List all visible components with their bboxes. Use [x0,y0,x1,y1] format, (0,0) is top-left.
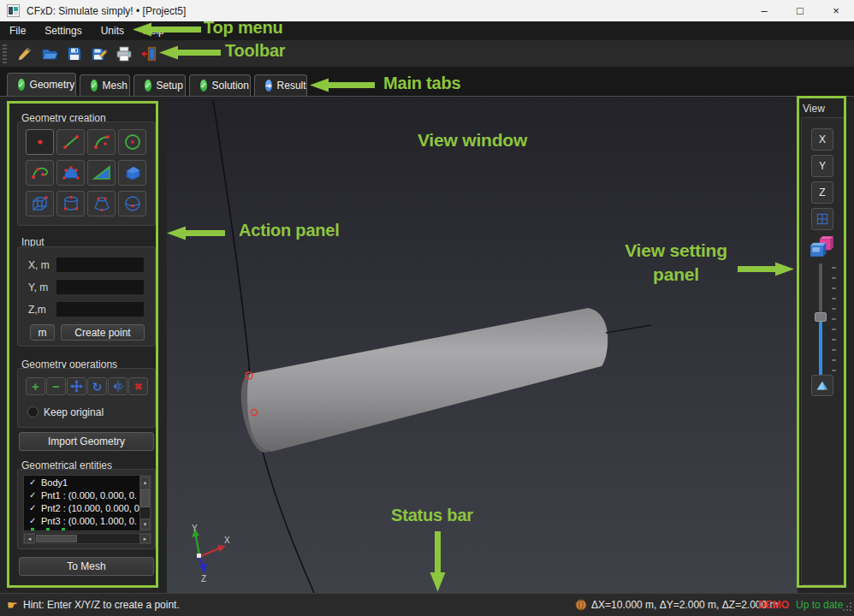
z-axis-label: Z [201,574,206,583]
pyramid-icon [815,379,830,393]
x-axis-label: X [224,536,230,545]
save-button[interactable] [62,43,86,65]
move-operation-button[interactable] [67,377,86,395]
package-icon [575,599,588,612]
tool-point-button[interactable] [26,129,54,155]
tab-check-icon: ✓ [91,80,98,92]
close-button[interactable]: × [818,0,854,21]
z-field-label: Z,m [28,304,46,316]
tab-result[interactable]: ➜ Result [254,74,307,96]
cylinder-icon [60,194,82,213]
tool-cylinder-button[interactable] [56,191,85,216]
view-window: Y X Z [167,97,798,593]
scroll-down-arrow[interactable]: ▼ [140,518,150,530]
arc-icon [91,133,113,151]
tool-polygon-button[interactable] [56,160,85,186]
line-icon [60,133,82,151]
tool-line-button[interactable] [56,129,85,155]
tab-mesh[interactable]: ✓ Mesh [80,74,130,96]
perspective-button[interactable] [811,375,833,396]
tool-box-button[interactable] [26,191,54,216]
view-panel-title: View [803,103,825,115]
delete-operation-button[interactable]: ✖ [128,377,148,395]
minimize-button[interactable]: – [746,0,782,21]
curve-icon [29,163,51,182]
grid-icon [815,212,829,226]
tool-cone-button[interactable] [87,191,116,216]
horizontal-scrollbar[interactable]: ◄ ► [23,533,151,544]
tool-triangle-button[interactable] [87,160,116,186]
printer-icon [116,45,133,62]
subtract-operation-button[interactable]: − [46,377,66,395]
scroll-right-arrow[interactable]: ► [139,534,151,543]
mirror-operation-button[interactable] [108,377,128,395]
list-item-label: Body1 [41,477,68,488]
horizontal-scroll-thumb[interactable] [36,535,77,542]
view-x-button[interactable]: X [811,128,833,151]
resize-grip[interactable] [842,601,852,614]
menu-units[interactable]: Units [92,21,133,40]
window-controls: – □ × [746,0,854,21]
scroll-left-arrow[interactable]: ◄ [24,534,35,543]
toolbar-drag-handle[interactable] [3,44,7,63]
render-mode-button[interactable] [806,234,837,259]
keep-original-radio[interactable] [27,406,39,418]
triangle-icon [91,163,113,182]
floppy-pencil-icon [91,45,108,62]
slider-handle[interactable] [815,312,827,322]
add-operation-button[interactable]: + [26,377,45,395]
create-point-button[interactable]: Create point [61,324,145,341]
rotate-operation-button[interactable]: ↻ [87,377,107,395]
menu-help[interactable]: Help [133,21,174,40]
cone-icon [91,194,113,213]
status-hint-text: Hint: Enter X/Y/Z to create a point. [23,599,180,611]
grid-toggle-button[interactable] [811,208,833,230]
vertical-scrollbar[interactable]: ▲ ▼ [139,476,151,530]
z-coordinate-input[interactable] [56,301,145,317]
open-folder-icon [41,45,58,62]
import-geometry-button[interactable]: Import Geometry [19,432,154,451]
tool-arc-button[interactable] [87,129,116,155]
list-item[interactable]: ✓Pnt3 : (0.000, 1.000, 0. [24,514,151,527]
tab-check-icon: ✓ [18,79,25,91]
tool-sphere-button[interactable] [118,191,146,216]
new-project-button[interactable] [13,43,36,65]
save-as-button[interactable] [87,43,110,65]
exit-button[interactable] [137,43,160,65]
slider-track-lower [819,322,822,375]
zoom-slider[interactable] [810,264,839,375]
tool-curve-button[interactable] [26,160,54,186]
to-mesh-button[interactable]: To Mesh [19,557,154,576]
check-icon: ✓ [29,516,37,525]
print-button[interactable] [112,43,135,65]
list-item[interactable]: ✓Pnt2 : (10.000, 0.000, 0 [24,501,151,514]
tab-label: Result [277,80,306,92]
maximize-button[interactable]: □ [782,0,818,21]
tab-solution[interactable]: ✓ Solution [189,74,251,96]
polygon-icon [60,163,82,182]
check-icon: ✓ [29,477,37,487]
minus-icon: − [52,379,60,394]
view-y-button[interactable]: Y [811,155,833,177]
tab-setup[interactable]: ✓ Setup [133,74,186,96]
delete-x-icon: ✖ [133,381,142,393]
point-icon [29,133,51,151]
list-item[interactable]: ✓Body1 [24,476,151,489]
update-status: Up to date [796,599,843,611]
vertical-scroll-thumb[interactable] [140,489,150,507]
scroll-up-arrow[interactable]: ▲ [140,477,150,488]
slider-track-upper [819,264,822,313]
menu-settings[interactable]: Settings [35,21,91,40]
y-coordinate-input[interactable] [56,279,145,295]
unit-button[interactable]: m [30,324,55,341]
menu-file[interactable]: File [0,21,35,40]
3d-viewport-canvas[interactable]: Y X Z [167,97,798,593]
open-project-button[interactable] [38,43,61,65]
list-item[interactable]: ✓Pnt1 : (0.000, 0.000, 0. [24,489,151,501]
view-z-button[interactable]: Z [811,181,833,204]
tool-prism-button[interactable] [118,160,146,186]
tool-circle-button[interactable] [118,129,146,155]
view-setting-panel: View X Y Z [798,97,854,593]
tab-geometry[interactable]: ✓ Geometry [7,73,76,96]
x-coordinate-input[interactable] [56,257,145,273]
